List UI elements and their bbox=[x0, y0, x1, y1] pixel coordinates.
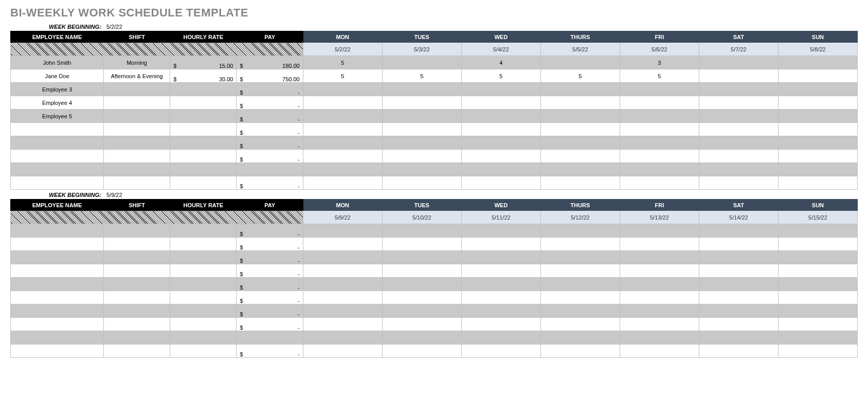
pay-cell[interactable] bbox=[237, 331, 303, 345]
shift-cell[interactable] bbox=[103, 304, 170, 318]
hours-cell[interactable] bbox=[699, 150, 778, 163]
hours-cell[interactable] bbox=[303, 318, 382, 331]
pay-cell[interactable]: $- bbox=[237, 291, 303, 304]
hours-cell[interactable] bbox=[620, 83, 699, 96]
hours-cell[interactable] bbox=[778, 150, 857, 163]
hours-cell[interactable] bbox=[699, 278, 778, 291]
hours-cell[interactable]: 5 bbox=[461, 69, 540, 83]
hourly-rate-cell[interactable]: $30.00 bbox=[170, 69, 237, 83]
hours-cell[interactable] bbox=[382, 83, 461, 96]
shift-cell[interactable] bbox=[103, 251, 170, 264]
hours-cell[interactable] bbox=[699, 163, 778, 176]
shift-cell[interactable] bbox=[103, 163, 170, 176]
hours-cell[interactable] bbox=[778, 331, 857, 345]
pay-cell[interactable]: $- bbox=[237, 304, 303, 318]
employee-name-cell[interactable]: Jane Doe bbox=[11, 69, 104, 83]
hours-cell[interactable] bbox=[303, 96, 382, 110]
hours-cell[interactable] bbox=[540, 345, 620, 358]
hours-cell[interactable] bbox=[303, 150, 382, 163]
hours-cell[interactable] bbox=[540, 136, 620, 150]
hours-cell[interactable] bbox=[382, 251, 461, 264]
employee-name-cell[interactable] bbox=[11, 345, 104, 358]
hours-cell[interactable] bbox=[382, 176, 461, 190]
hours-cell[interactable] bbox=[303, 110, 382, 123]
hours-cell[interactable] bbox=[778, 304, 857, 318]
hours-cell[interactable] bbox=[699, 318, 778, 331]
hours-cell[interactable] bbox=[778, 56, 857, 69]
shift-cell[interactable] bbox=[103, 264, 170, 278]
hours-cell[interactable] bbox=[382, 345, 461, 358]
pay-cell[interactable]: $750.00 bbox=[237, 69, 303, 83]
hours-cell[interactable] bbox=[303, 238, 382, 251]
date-cell[interactable]: 5/15/22 bbox=[778, 211, 857, 224]
employee-name-cell[interactable]: Employee 3 bbox=[11, 83, 104, 96]
employee-name-cell[interactable] bbox=[11, 163, 104, 176]
hours-cell[interactable] bbox=[540, 331, 620, 345]
hours-cell[interactable] bbox=[620, 345, 699, 358]
hours-cell[interactable] bbox=[699, 96, 778, 110]
hours-cell[interactable] bbox=[382, 123, 461, 136]
shift-cell[interactable] bbox=[103, 136, 170, 150]
hours-cell[interactable] bbox=[303, 345, 382, 358]
shift-cell[interactable] bbox=[103, 176, 170, 190]
hours-cell[interactable] bbox=[778, 251, 857, 264]
hourly-rate-cell[interactable] bbox=[170, 110, 237, 123]
employee-name-cell[interactable] bbox=[11, 176, 104, 190]
hourly-rate-cell[interactable] bbox=[170, 83, 237, 96]
hours-cell[interactable] bbox=[461, 264, 540, 278]
hours-cell[interactable] bbox=[620, 318, 699, 331]
hours-cell[interactable] bbox=[461, 251, 540, 264]
hours-cell[interactable] bbox=[699, 83, 778, 96]
hours-cell[interactable] bbox=[620, 278, 699, 291]
hours-cell[interactable] bbox=[778, 291, 857, 304]
date-cell[interactable]: 5/13/22 bbox=[620, 211, 699, 224]
employee-name-cell[interactable] bbox=[11, 136, 104, 150]
hours-cell[interactable] bbox=[778, 136, 857, 150]
date-cell[interactable]: 5/7/22 bbox=[699, 43, 778, 56]
hours-cell[interactable] bbox=[461, 150, 540, 163]
hours-cell[interactable] bbox=[461, 110, 540, 123]
hours-cell[interactable] bbox=[461, 136, 540, 150]
shift-cell[interactable] bbox=[103, 238, 170, 251]
hours-cell[interactable] bbox=[382, 304, 461, 318]
employee-name-cell[interactable] bbox=[11, 238, 104, 251]
pay-cell[interactable]: $- bbox=[237, 264, 303, 278]
pay-cell[interactable]: $- bbox=[237, 278, 303, 291]
hours-cell[interactable] bbox=[540, 291, 620, 304]
hourly-rate-cell[interactable] bbox=[170, 278, 237, 291]
date-cell[interactable]: 5/3/22 bbox=[382, 43, 461, 56]
hours-cell[interactable] bbox=[303, 331, 382, 345]
pay-cell[interactable]: $- bbox=[237, 251, 303, 264]
schedule-table[interactable]: EMPLOYEE NAMESHIFTHOURLY RATEPAYMONTUESW… bbox=[10, 31, 858, 190]
hours-cell[interactable] bbox=[461, 163, 540, 176]
date-cell[interactable]: 5/14/22 bbox=[699, 211, 778, 224]
hours-cell[interactable] bbox=[778, 110, 857, 123]
schedule-table[interactable]: EMPLOYEE NAMESHIFTHOURLY RATEPAYMONTUESW… bbox=[10, 199, 858, 358]
pay-cell[interactable]: $- bbox=[237, 224, 303, 238]
hours-cell[interactable] bbox=[303, 83, 382, 96]
hourly-rate-cell[interactable] bbox=[170, 291, 237, 304]
pay-cell[interactable]: $- bbox=[237, 110, 303, 123]
hours-cell[interactable] bbox=[699, 123, 778, 136]
hourly-rate-cell[interactable] bbox=[170, 304, 237, 318]
hours-cell[interactable] bbox=[699, 331, 778, 345]
hourly-rate-cell[interactable] bbox=[170, 251, 237, 264]
employee-name-cell[interactable] bbox=[11, 304, 104, 318]
hours-cell[interactable] bbox=[778, 238, 857, 251]
hours-cell[interactable] bbox=[461, 318, 540, 331]
employee-name-cell[interactable]: Employee 4 bbox=[11, 96, 104, 110]
hours-cell[interactable] bbox=[699, 345, 778, 358]
hours-cell[interactable]: 5 bbox=[620, 69, 699, 83]
hourly-rate-cell[interactable]: $15.00 bbox=[170, 56, 237, 69]
pay-cell[interactable] bbox=[237, 163, 303, 176]
shift-cell[interactable] bbox=[103, 291, 170, 304]
hours-cell[interactable] bbox=[620, 331, 699, 345]
date-cell[interactable]: 5/4/22 bbox=[461, 43, 540, 56]
hours-cell[interactable] bbox=[303, 264, 382, 278]
pay-cell[interactable]: $- bbox=[237, 96, 303, 110]
hours-cell[interactable] bbox=[303, 251, 382, 264]
hourly-rate-cell[interactable] bbox=[170, 238, 237, 251]
hours-cell[interactable]: 3 bbox=[620, 56, 699, 69]
pay-cell[interactable]: $- bbox=[237, 150, 303, 163]
hours-cell[interactable] bbox=[540, 96, 620, 110]
